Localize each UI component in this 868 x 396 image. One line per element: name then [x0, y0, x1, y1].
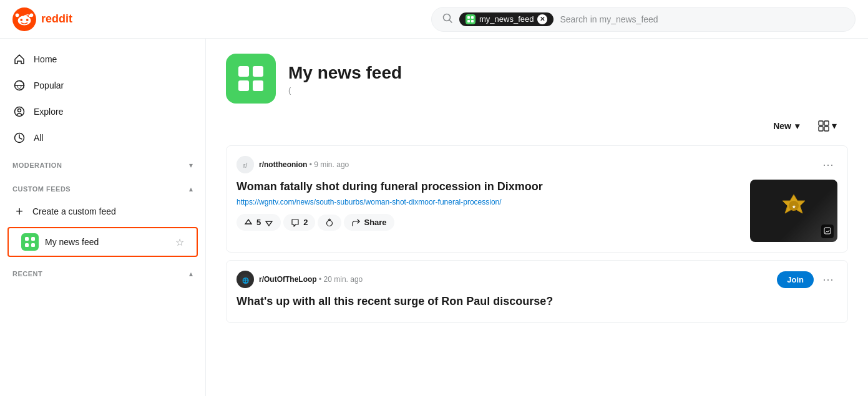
sort-bar: New ▾ ▾ — [226, 116, 848, 135]
search-icon — [442, 12, 453, 26]
post-card: 🌐 r/OutOfTheLoop • 20 min. ago Join ⋯ Wh… — [226, 260, 848, 323]
svg-rect-12 — [471, 20, 474, 22]
main-content: My news feed ( New ▾ ▾ — [206, 39, 868, 396]
svg-rect-9 — [467, 16, 470, 19]
reddit-logo-icon — [12, 7, 36, 31]
moderation-chevron-icon: ▾ — [189, 161, 193, 170]
svg-point-5 — [16, 13, 19, 17]
svg-rect-22 — [253, 66, 263, 77]
post-subreddit-2: r/OutOfTheLoop • 20 min. ago — [259, 275, 772, 284]
svg-rect-20 — [31, 243, 35, 247]
sidebar-item-all[interactable]: All — [0, 125, 205, 151]
subreddit-avatar: r/ — [237, 156, 254, 173]
sheriff-badge-image: ★ — [775, 192, 812, 229]
svg-rect-18 — [31, 237, 35, 241]
svg-text:★: ★ — [792, 205, 796, 209]
home-label: Home — [34, 54, 57, 64]
upvote-button[interactable]: 5 — [237, 214, 281, 231]
svg-rect-35 — [824, 228, 831, 234]
topbar: reddit my_news_feed ✕ Search in my_news_… — [0, 0, 868, 39]
my-news-feed-item[interactable]: My news feed ☆ — [7, 227, 198, 257]
post-card: r/ r/nottheonion • 9 min. ago ⋯ Woman fa… — [226, 145, 848, 253]
upvote-count: 5 — [256, 218, 261, 227]
feed-title: My news feed — [288, 63, 402, 83]
feed-logo — [226, 54, 276, 104]
join-button[interactable]: Join — [777, 271, 814, 288]
svg-rect-23 — [238, 80, 249, 91]
moderation-label: MODERATION — [12, 162, 62, 169]
svg-point-31 — [327, 220, 333, 226]
explore-icon — [12, 105, 26, 118]
downvote-icon — [265, 218, 273, 227]
home-icon — [12, 52, 26, 66]
plus-icon: + — [12, 205, 26, 218]
search-feed-close-button[interactable]: ✕ — [537, 14, 547, 24]
custom-feeds-section-header[interactable]: CUSTOM FEEDS ▴ — [0, 175, 205, 198]
post-link[interactable]: https://wgntv.com/news/south-suburbs/wom… — [237, 198, 740, 206]
create-custom-feed-button[interactable]: + Create a custom feed — [0, 198, 205, 225]
sidebar-item-home[interactable]: Home — [0, 46, 205, 72]
svg-rect-21 — [238, 66, 249, 77]
feed-subtitle: ( — [288, 85, 402, 95]
svg-point-7 — [444, 14, 451, 21]
sidebar-item-explore[interactable]: Explore — [0, 99, 205, 125]
recent-label: RECENT — [12, 270, 42, 278]
award-icon — [325, 218, 334, 227]
sort-chevron-icon: ▾ — [795, 121, 799, 131]
my-news-feed-label: My news feed — [45, 237, 169, 247]
popular-icon — [12, 79, 26, 92]
svg-point-15 — [18, 109, 21, 112]
layout-icon — [818, 120, 829, 132]
sidebar: Home Popular Explore All MODERATION ▾ CU — [0, 39, 206, 396]
svg-line-8 — [450, 20, 452, 22]
post-title: Woman fatally shot during funeral proces… — [237, 180, 740, 194]
svg-rect-26 — [824, 121, 829, 125]
sort-new-button[interactable]: New ▾ — [767, 117, 806, 135]
feed-badge-icon — [466, 14, 475, 24]
search-placeholder: Search in my_news_feed — [560, 14, 658, 24]
svg-text:🌐: 🌐 — [242, 277, 250, 284]
layout: Home Popular Explore All MODERATION ▾ CU — [0, 39, 868, 396]
layout-chevron-icon: ▾ — [832, 120, 837, 132]
sidebar-item-popular[interactable]: Popular — [0, 72, 205, 99]
star-icon[interactable]: ☆ — [175, 236, 184, 248]
post-content: Woman fatally shot during funeral proces… — [237, 180, 837, 242]
post-more-button[interactable]: ⋯ — [819, 157, 837, 173]
logo[interactable]: reddit — [12, 7, 72, 31]
subreddit-avatar-2: 🌐 — [237, 271, 254, 288]
post-more-button-2[interactable]: ⋯ — [819, 271, 837, 287]
feed-badge-name: my_news_feed — [479, 14, 534, 24]
sort-label: New — [773, 121, 791, 131]
award-button[interactable] — [318, 215, 341, 231]
all-icon — [12, 131, 26, 145]
post-thumbnail: ★ — [750, 180, 837, 242]
svg-rect-24 — [253, 80, 263, 91]
svg-rect-27 — [819, 127, 823, 131]
thumb-overlay — [821, 225, 834, 238]
popular-label: Popular — [34, 80, 64, 90]
create-feed-label: Create a custom feed — [32, 206, 116, 216]
post-text-2: What's up with all this recent surge of … — [237, 294, 837, 309]
search-bar[interactable]: my_news_feed ✕ Search in my_news_feed — [431, 7, 856, 32]
moderation-section-header[interactable]: MODERATION ▾ — [0, 151, 205, 175]
svg-rect-28 — [824, 127, 829, 131]
share-icon — [351, 218, 360, 227]
svg-rect-25 — [819, 121, 823, 125]
post-text: Woman fatally shot during funeral proces… — [237, 180, 740, 242]
feed-header: My news feed ( — [226, 54, 848, 104]
layout-button[interactable]: ▾ — [812, 116, 843, 135]
my-news-feed-icon — [21, 233, 39, 251]
share-button[interactable]: Share — [344, 214, 394, 231]
post-actions: 5 2 Share — [237, 214, 740, 231]
svg-rect-17 — [25, 237, 29, 241]
explore-label: Explore — [34, 107, 63, 117]
svg-text:r/: r/ — [243, 162, 248, 169]
search-feed-badge: my_news_feed ✕ — [459, 12, 553, 26]
comment-button[interactable]: 2 — [283, 214, 315, 231]
svg-point-3 — [26, 19, 29, 21]
svg-point-6 — [30, 13, 34, 17]
post-subreddit: r/nottheonion • 9 min. ago — [259, 160, 814, 169]
svg-rect-11 — [467, 20, 470, 22]
post-meta: r/ r/nottheonion • 9 min. ago ⋯ — [237, 156, 837, 173]
recent-section-header[interactable]: RECENT ▴ — [0, 259, 205, 283]
